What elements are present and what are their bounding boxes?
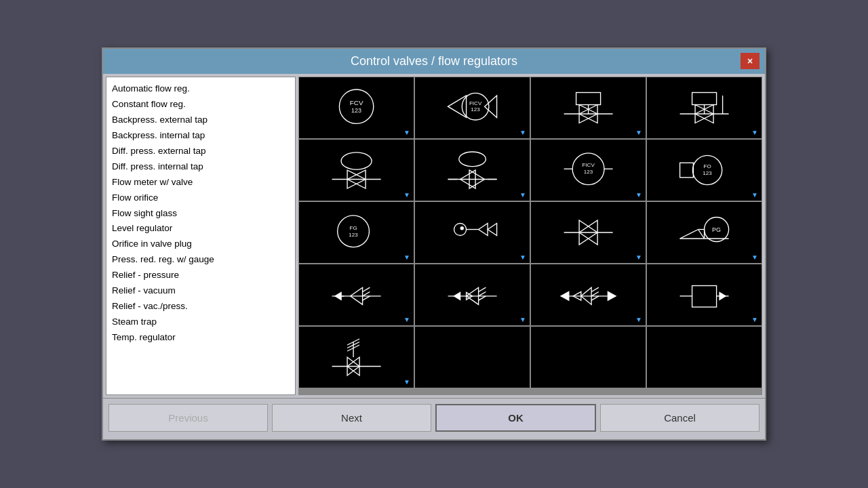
dropdown-indicator: ▼ (635, 253, 642, 261)
svg-line-66 (479, 292, 486, 296)
list-item[interactable]: Constant flow reg. (112, 97, 290, 113)
symbol-cell-gate[interactable]: ▼ (531, 202, 646, 263)
svg-line-74 (591, 292, 599, 296)
footer: Previous Next OK Cancel (103, 398, 765, 437)
dropdown-indicator: ▼ (519, 191, 526, 199)
svg-line-67 (479, 296, 486, 300)
list-item[interactable]: Backpress. external tap (112, 113, 290, 128)
list-item[interactable]: Flow orifice (112, 190, 290, 206)
svg-text:FO: FO (703, 163, 711, 169)
svg-marker-45 (488, 224, 497, 236)
svg-line-75 (591, 296, 599, 300)
svg-marker-69 (454, 292, 460, 300)
symbol-cell-empty3[interactable] (647, 327, 762, 388)
list-item[interactable]: Flow sight glass (112, 206, 290, 222)
symbol-cell-relief3[interactable]: ▼ (531, 264, 646, 325)
dropdown-indicator: ▼ (403, 129, 410, 136)
list-item[interactable]: Relief - vac./press. (112, 299, 290, 314)
list-item[interactable]: Flow meter w/ valve (112, 175, 290, 190)
svg-line-59 (363, 292, 370, 296)
symbol-grid: FCV 123 ▼ FICV 123 ▼ (298, 77, 762, 395)
symbol-cell-relief1[interactable]: ▼ (299, 264, 414, 325)
dropdown-indicator: ▼ (635, 191, 642, 199)
list-item[interactable]: Steam trap (112, 314, 290, 330)
svg-rect-79 (692, 286, 717, 308)
svg-point-42 (460, 226, 464, 230)
svg-rect-37 (680, 163, 694, 178)
svg-point-38 (338, 216, 370, 247)
symbol-cell-fo[interactable]: FO 123 ▼ (647, 140, 762, 201)
symbol-cell-empty2[interactable] (531, 327, 646, 388)
list-item[interactable]: Orifice in valve plug (112, 237, 290, 252)
list-item[interactable]: Diff. press. internal tap (112, 159, 290, 175)
symbol-cell-temp[interactable]: ▼ (299, 327, 414, 388)
svg-point-19 (341, 152, 372, 169)
dropdown-indicator: ▼ (635, 129, 642, 136)
symbol-cell-ficv[interactable]: FICV 123 ▼ (415, 77, 530, 138)
dropdown-indicator: ▼ (403, 316, 410, 323)
dropdown-indicator: ▼ (635, 316, 642, 323)
close-button[interactable]: × (741, 53, 760, 69)
symbol-cell-ficv2[interactable]: FICV 123 ▼ (531, 140, 646, 201)
svg-text:123: 123 (351, 107, 361, 114)
dropdown-indicator: ▼ (751, 316, 758, 323)
svg-marker-77 (608, 292, 616, 301)
svg-line-58 (363, 287, 370, 291)
svg-text:FICV: FICV (582, 162, 595, 168)
symbol-list[interactable]: Automatic flow reg.Constant flow reg.Bac… (106, 77, 296, 395)
svg-text:123: 123 (471, 106, 480, 113)
symbol-cell-fcv[interactable]: FCV 123 ▼ (299, 77, 414, 138)
svg-text:123: 123 (349, 232, 358, 238)
list-item[interactable]: Temp. regulator (112, 330, 290, 346)
previous-button[interactable]: Previous (108, 404, 268, 432)
svg-point-23 (459, 152, 486, 167)
dropdown-indicator: ▼ (751, 129, 758, 136)
list-item[interactable]: Backpress. internal tap (112, 128, 290, 144)
svg-line-53 (680, 230, 698, 239)
list-item[interactable]: Level regulator (112, 221, 290, 237)
dropdown-indicator: ▼ (403, 253, 410, 261)
cancel-button[interactable]: Cancel (600, 404, 760, 432)
dropdown-indicator: ▼ (519, 253, 526, 261)
svg-marker-82 (719, 292, 726, 300)
symbol-cell-relief2[interactable]: ▼ (415, 264, 530, 325)
next-button[interactable]: Next (272, 404, 431, 432)
dropdown-indicator: ▼ (751, 253, 758, 261)
content-area: Automatic flow reg.Constant flow reg.Bac… (103, 74, 765, 398)
dropdown-indicator: ▼ (403, 191, 410, 199)
svg-text:FCV: FCV (350, 99, 363, 106)
dropdown-indicator: ▼ (751, 191, 758, 199)
list-item[interactable]: Automatic flow reg. (112, 81, 290, 97)
svg-text:FICV: FICV (469, 100, 482, 106)
svg-point-0 (339, 89, 373, 123)
svg-line-65 (479, 287, 486, 291)
symbol-cell-needle[interactable]: ▼ (415, 202, 530, 263)
svg-marker-3 (448, 96, 467, 117)
symbol-cell-6[interactable]: ▼ (415, 140, 530, 201)
svg-rect-9 (576, 93, 601, 105)
symbol-cell-pg[interactable]: PG ▼ (647, 202, 762, 263)
symbol-cell-4[interactable]: ▼ (647, 77, 762, 138)
svg-text:123: 123 (703, 170, 712, 176)
title-bar: Control valves / flow regulators × (103, 49, 765, 74)
svg-line-73 (591, 287, 599, 291)
svg-text:123: 123 (584, 169, 593, 175)
svg-text:PG: PG (712, 226, 721, 233)
dropdown-indicator: ▼ (519, 316, 526, 323)
svg-line-52 (698, 230, 705, 239)
symbol-cell-5[interactable]: ▼ (299, 140, 414, 201)
ok-button[interactable]: OK (435, 404, 596, 432)
symbol-cell-3[interactable]: ▼ (531, 77, 646, 138)
symbol-cell-trap[interactable]: ▼ (647, 264, 762, 325)
list-item[interactable]: Relief - pressure (112, 268, 290, 283)
dropdown-indicator: ▼ (519, 129, 526, 136)
dropdown-indicator: ▼ (403, 378, 410, 386)
dialog: Control valves / flow regulators × Autom… (102, 47, 766, 441)
symbol-cell-empty1[interactable] (415, 327, 530, 388)
svg-marker-76 (561, 292, 569, 301)
dialog-title: Control valves / flow regulators (351, 54, 517, 68)
list-item[interactable]: Relief - vacuum (112, 283, 290, 299)
list-item[interactable]: Diff. press. external tap (112, 144, 290, 159)
list-item[interactable]: Press. red. reg. w/ gauge (112, 252, 290, 268)
symbol-cell-fg[interactable]: FG 123 ▼ (299, 202, 414, 263)
